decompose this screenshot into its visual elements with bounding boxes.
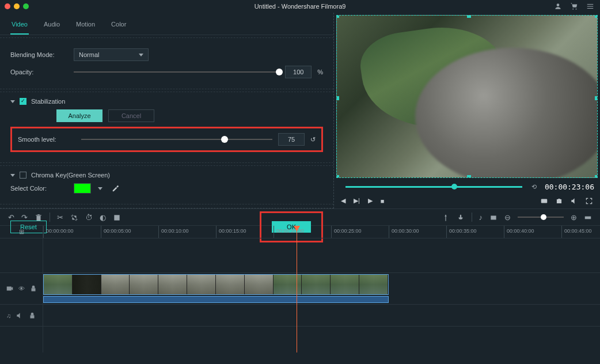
visibility-icon[interactable]: 👁 (18, 285, 25, 292)
zoom-slider[interactable] (518, 217, 564, 218)
chromakey-toggle[interactable]: Chroma Key(Green Screen) (10, 172, 323, 179)
resize-handle[interactable] (336, 175, 339, 178)
ruler-mark: 00:00:15:00 (216, 226, 274, 238)
prev-frame-icon[interactable]: ◀ (341, 197, 345, 204)
smooth-level-slider[interactable] (81, 139, 272, 140)
window-title: Untitled - Wondershare Filmora9 (255, 3, 346, 10)
chevron-down-icon (139, 54, 143, 56)
cart-icon[interactable] (570, 2, 578, 10)
zoom-fit-icon[interactable] (584, 213, 592, 222)
menu-icon[interactable] (586, 2, 594, 10)
account-icon[interactable] (554, 2, 562, 10)
marker-icon[interactable] (442, 213, 450, 222)
preview-viewport[interactable] (336, 15, 598, 178)
stop-icon[interactable]: ■ (381, 198, 385, 204)
greenscreen-icon[interactable] (113, 213, 121, 222)
loop-icon[interactable]: ⟲ (531, 183, 537, 191)
eyedropper-icon[interactable] (112, 184, 120, 192)
redo-icon[interactable]: ↷ (21, 213, 28, 222)
snapshot-icon[interactable] (555, 197, 563, 205)
lock-icon[interactable] (29, 285, 37, 293)
svg-point-2 (576, 9, 577, 10)
video-clip[interactable] (43, 274, 389, 295)
tab-video[interactable]: Video (10, 17, 29, 35)
blending-section: Blending Mode: Normal Opacity: % (0, 37, 333, 89)
resize-handle[interactable] (336, 96, 339, 100)
cut-icon[interactable]: ✂ (57, 213, 63, 222)
svg-point-0 (557, 3, 560, 6)
ruler-mark: 00:00:20:00 (274, 226, 331, 238)
svg-rect-11 (31, 315, 35, 318)
minimize-window-icon[interactable] (14, 3, 20, 9)
clip-audio-waveform[interactable] (43, 296, 389, 303)
playback-controls: ◀ ▶| ▶ ■ (334, 194, 600, 208)
add-track-icon[interactable]: ⊞ (19, 228, 24, 236)
crop-icon[interactable] (70, 213, 78, 222)
analyze-button[interactable]: Analyze (56, 109, 102, 122)
fullscreen-icon[interactable] (585, 197, 593, 205)
playhead[interactable] (297, 226, 297, 352)
smooth-level-input[interactable] (278, 133, 305, 146)
cancel-button[interactable]: Cancel (108, 109, 154, 122)
opacity-input[interactable] (285, 66, 312, 78)
audio-mixer-icon[interactable]: ♪ (479, 213, 483, 222)
timeline: ⊞ 00:00:00:0000:00:05:0000:00:10:0000:00… (0, 226, 600, 352)
resize-handle[interactable] (595, 96, 598, 100)
maximize-window-icon[interactable] (23, 3, 29, 9)
ruler-mark: 00:00:35:00 (446, 226, 504, 238)
mic-icon[interactable] (457, 213, 465, 222)
capture-icon[interactable] (540, 197, 548, 205)
color-swatch[interactable] (74, 183, 91, 194)
svg-rect-7 (491, 215, 496, 219)
tab-color[interactable]: Color (110, 17, 127, 35)
lock-icon[interactable] (28, 311, 36, 319)
chromakey-checkbox[interactable] (20, 172, 26, 179)
select-color-label: Select Color: (10, 185, 68, 192)
stabilization-toggle[interactable]: Stabilization (10, 98, 323, 105)
zoom-in-icon[interactable]: ⊕ (571, 213, 577, 222)
play-icon[interactable]: ▶ (368, 197, 373, 204)
time-ruler[interactable]: 00:00:00:0000:00:05:0000:00:10:0000:00:1… (43, 226, 600, 238)
speed-icon[interactable]: ⏱ (85, 213, 93, 222)
tab-audio[interactable]: Audio (43, 17, 61, 35)
resize-handle[interactable] (467, 175, 471, 178)
ruler-mark: 00:00:05:00 (101, 226, 158, 238)
transport-bar: ⟲ 00:00:23:06 (334, 180, 600, 194)
undo-icon[interactable]: ↶ (8, 213, 14, 222)
close-window-icon[interactable] (5, 3, 10, 9)
audio-track: ♫ (0, 305, 600, 327)
resize-handle[interactable] (595, 15, 598, 18)
volume-icon[interactable] (570, 197, 578, 205)
resize-handle[interactable] (595, 175, 598, 178)
window-controls (5, 3, 29, 9)
svg-rect-10 (31, 288, 35, 291)
track-type-icon (6, 285, 14, 293)
opacity-label: Opacity: (10, 69, 68, 75)
blending-mode-select[interactable]: Normal (74, 48, 149, 61)
resize-handle[interactable] (336, 15, 339, 18)
track-type-icon: ♫ (6, 312, 11, 319)
mute-icon[interactable] (16, 311, 24, 319)
svg-rect-3 (541, 199, 548, 203)
ruler-mark: 00:00:00:00 (43, 226, 101, 238)
scrubber[interactable] (345, 186, 522, 188)
ruler-mark: 00:00:45:00 (561, 226, 600, 238)
opacity-slider[interactable] (74, 71, 279, 73)
zoom-out-icon[interactable]: ⊖ (504, 213, 511, 222)
resize-handle[interactable] (467, 15, 471, 18)
properties-panel: Video Audio Motion Color Blending Mode: … (0, 13, 334, 208)
step-back-icon[interactable]: ▶| (354, 197, 360, 204)
undo-icon[interactable]: ↺ (310, 136, 316, 143)
adjust-icon[interactable] (128, 213, 136, 222)
smooth-level-label: Smooth level: (18, 136, 75, 143)
preview-panel: ⟲ 00:00:23:06 ◀ ▶| ▶ ■ (334, 13, 600, 208)
delete-icon[interactable] (35, 213, 43, 222)
color-icon[interactable]: ◐ (100, 213, 106, 222)
svg-point-1 (572, 9, 574, 10)
svg-rect-5 (114, 215, 119, 220)
tab-motion[interactable]: Motion (75, 17, 96, 35)
ruler-mark: 00:00:30:00 (389, 226, 446, 238)
stabilization-checkbox[interactable] (20, 98, 26, 105)
chevron-down-icon (98, 187, 102, 190)
render-icon[interactable] (489, 213, 498, 222)
